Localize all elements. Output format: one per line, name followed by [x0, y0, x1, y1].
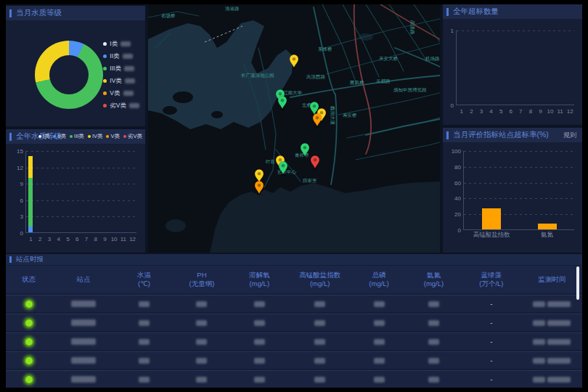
x-axis-label: 2 — [38, 236, 41, 242]
station-name-redacted — [71, 376, 96, 383]
table-row[interactable]: - — [6, 351, 582, 369]
gridline — [26, 168, 136, 168]
table-cell — [6, 299, 52, 309]
panel-header: 当月评价指标站点超标率(%) 规则 — [443, 128, 582, 142]
panel-station-report: 站点时报 状态站点水温(℃)PH(无量纲)溶解氧(mg/L)高锰酸盐指数(mg/… — [6, 254, 582, 383]
map-pond — [166, 219, 186, 232]
legend-item: 劣V类 — [103, 99, 139, 112]
title-accent-bar — [9, 9, 12, 17]
legend-value-redacted — [125, 78, 135, 83]
table-cell — [522, 377, 582, 383]
y-axis-label: 0 — [448, 227, 461, 234]
column-unit: (℃) — [138, 279, 150, 288]
legend-item: V类 — [106, 129, 120, 144]
bar-segment — [28, 226, 33, 232]
status-indicator — [24, 356, 34, 366]
map-panel[interactable]: 石塘桥渔港路长广溪湿地公园高浪西路江南大学北桥蠡湖大道寿安桥东绛桥天安大桥机场路… — [148, 4, 440, 253]
table-cell — [407, 301, 461, 307]
table-row[interactable]: - — [6, 314, 582, 331]
legend-label: 劣V类 — [110, 102, 126, 110]
rules-button[interactable]: 规则 — [563, 131, 576, 140]
table-body: ----- — [6, 295, 582, 388]
table-header-cell: 蓝绿藻(万个/L) — [461, 271, 521, 288]
station-name-redacted — [71, 319, 96, 326]
legend-dot — [103, 79, 107, 83]
table-cell — [6, 375, 52, 385]
legend-dot — [103, 91, 107, 95]
city-map[interactable]: 石塘桥渔港路长广溪湿地公园高浪西路江南大学北桥蠡湖大道寿安桥东绛桥天安大桥机场路… — [148, 4, 440, 253]
bar-segment — [28, 156, 33, 178]
map-island — [173, 91, 193, 103]
legend-dot — [106, 135, 109, 138]
table-cell — [173, 320, 230, 326]
x-axis-label: 3 — [480, 108, 483, 115]
legend-dot — [53, 135, 56, 138]
x-axis-label: 9 — [103, 236, 106, 242]
annual-stacked-bar-chart: 03691215123456789101112 — [25, 151, 136, 233]
legend-label: IV类 — [92, 133, 103, 140]
map-street-label: 叶巷 — [266, 159, 275, 164]
value-redacted — [139, 301, 150, 307]
table-cell — [407, 358, 461, 364]
donut-chart-area: I类II类III类IV类V类劣V类 — [6, 20, 145, 126]
donut-legend: I类II类III类IV类V类劣V类 — [103, 38, 139, 112]
legend-item: I类 — [38, 129, 50, 144]
title-accent-bar — [446, 131, 449, 139]
table-cell — [173, 377, 230, 383]
legend-item: III类 — [103, 62, 139, 75]
legend-dot — [103, 104, 107, 107]
column-name: PH — [197, 271, 206, 279]
map-street-label: 薛家里 — [303, 178, 317, 183]
table-row[interactable]: - — [6, 295, 582, 312]
table-cell — [6, 356, 52, 366]
table-cell — [522, 320, 582, 326]
legend-dot — [70, 135, 73, 138]
gridline — [464, 183, 574, 184]
table-row[interactable]: - — [6, 370, 582, 388]
column-unit: (万个/L) — [479, 279, 503, 288]
legend-dot — [103, 42, 107, 46]
column-unit: (mg/L) — [424, 279, 444, 288]
table-cell — [52, 319, 115, 326]
map-street-label: 惠风桥 — [349, 80, 364, 85]
panel-annual-exceed-count: 全年超标数量 01123456789101112 — [443, 4, 582, 125]
table-header-cell: 高锰酸盐指数(mg/L) — [288, 271, 351, 288]
table-cell — [407, 377, 461, 383]
rate-chart-area: 020406080100高锰酸盐指数氨氮 — [443, 142, 582, 253]
legend-label: III类 — [110, 65, 121, 73]
table-scrollbar-thumb[interactable] — [576, 266, 579, 300]
x-axis-label: 7 — [519, 108, 522, 115]
value-redacted — [428, 377, 439, 383]
legend-item: II类 — [53, 129, 66, 144]
table-cell — [231, 358, 288, 364]
y-axis-label: 40 — [448, 195, 461, 202]
map-street-label: 江南大学 — [283, 90, 303, 96]
table-cell — [173, 339, 230, 345]
x-axis-label: 5 — [499, 108, 502, 115]
table-cell — [115, 320, 173, 326]
table-row[interactable]: - — [6, 332, 582, 350]
column-unit: (mg/L) — [369, 279, 388, 288]
legend-label: V类 — [110, 133, 120, 140]
map-island — [211, 111, 223, 118]
legend-value-redacted — [129, 103, 139, 108]
gridline — [457, 30, 574, 31]
value-redacted — [314, 377, 325, 383]
table-cell — [351, 301, 406, 307]
legend-value-redacted — [124, 66, 134, 71]
value-redacted — [139, 377, 150, 383]
map-street-label: 青祁桥 — [295, 152, 309, 158]
monitor-date-redacted — [533, 377, 545, 383]
map-street-label: 高浪西路 — [306, 74, 326, 80]
legend-label: I类 — [110, 40, 118, 49]
table-header-cell: 状态 — [6, 275, 52, 284]
y-axis-label: 3 — [10, 213, 23, 220]
legend-item: II类 — [103, 50, 139, 62]
table-cell — [52, 357, 115, 364]
column-unit: (无量纲) — [189, 279, 215, 288]
map-street-label: 感知中国博览园 — [393, 87, 427, 93]
value-redacted — [314, 358, 325, 364]
table-cell — [231, 301, 288, 307]
table-cell — [115, 301, 173, 307]
table-cell — [522, 358, 582, 364]
